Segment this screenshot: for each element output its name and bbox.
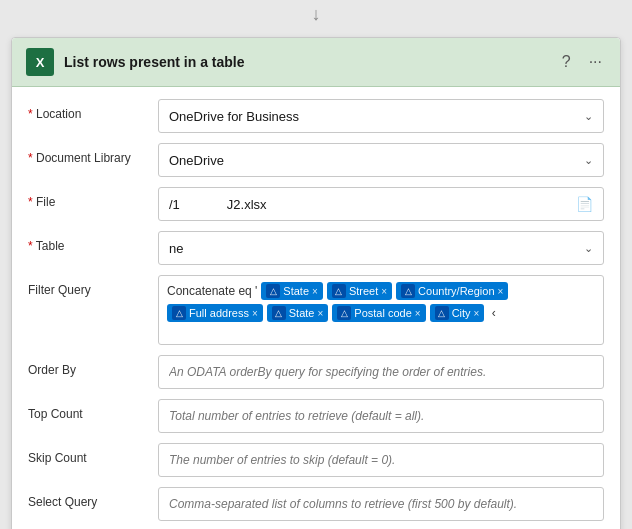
document-library-chevron: ⌄ [584, 154, 593, 167]
token-city-close[interactable]: × [474, 308, 480, 319]
token-country-region-label: Country/Region [418, 285, 494, 297]
skip-count-row: Skip Count [28, 443, 604, 477]
location-control: OneDrive for Business ⌄ [158, 99, 604, 133]
token-full-address-close[interactable]: × [252, 308, 258, 319]
select-query-label: Select Query [28, 487, 158, 509]
token-state-2-icon: △ [272, 306, 286, 320]
token-state-1[interactable]: △ State × [261, 282, 323, 300]
file-label: File [28, 187, 158, 209]
token-state-1-icon: △ [266, 284, 280, 298]
token-state-1-close[interactable]: × [312, 286, 318, 297]
table-dropdown[interactable]: ne ⌄ [158, 231, 604, 265]
token-city[interactable]: △ City × [430, 304, 485, 322]
card-header: X List rows present in a table ? ··· [12, 38, 620, 87]
filter-trailing-text: ‹ [488, 306, 495, 320]
token-full-address[interactable]: △ Full address × [167, 304, 263, 322]
order-by-input[interactable] [158, 355, 604, 389]
filter-query-control: Concatenate eq ' △ State × △ Street × [158, 275, 604, 345]
location-chevron: ⌄ [584, 110, 593, 123]
order-by-row: Order By [28, 355, 604, 389]
location-dropdown[interactable]: OneDrive for Business ⌄ [158, 99, 604, 133]
token-postal-code-close[interactable]: × [415, 308, 421, 319]
skip-count-control [158, 443, 604, 477]
filter-row-2: △ Full address × △ State × △ [167, 304, 595, 322]
top-count-control [158, 399, 604, 433]
skip-count-input[interactable] [158, 443, 604, 477]
filter-static-text: Concatenate eq ' [167, 284, 257, 298]
document-library-label: Document Library [28, 143, 158, 165]
token-postal-code[interactable]: △ Postal code × [332, 304, 425, 322]
help-button[interactable]: ? [558, 51, 575, 73]
filter-row-1: Concatenate eq ' △ State × △ Street × [167, 282, 595, 300]
token-country-region-icon: △ [401, 284, 415, 298]
file-browse-icon[interactable]: 📄 [576, 196, 593, 212]
document-library-row: Document Library OneDrive ⌄ [28, 143, 604, 177]
location-label: Location [28, 99, 158, 121]
filter-query-label: Filter Query [28, 275, 158, 297]
table-row: Table ne ⌄ [28, 231, 604, 265]
card-body: Location OneDrive for Business ⌄ Documen… [12, 87, 620, 529]
top-count-label: Top Count [28, 399, 158, 421]
table-control: ne ⌄ [158, 231, 604, 265]
top-count-input[interactable] [158, 399, 604, 433]
header-actions: ? ··· [558, 51, 606, 73]
file-value: /1 J2.xlsx [169, 197, 267, 212]
connector-card: X List rows present in a table ? ··· Loc… [11, 37, 621, 529]
file-control[interactable]: /1 J2.xlsx 📄 [158, 187, 604, 221]
top-count-row: Top Count [28, 399, 604, 433]
token-street-label: Street [349, 285, 378, 297]
token-city-icon: △ [435, 306, 449, 320]
order-by-control [158, 355, 604, 389]
token-city-label: City [452, 307, 471, 319]
select-query-control [158, 487, 604, 521]
token-street-close[interactable]: × [381, 286, 387, 297]
token-full-address-icon: △ [172, 306, 186, 320]
header-left: X List rows present in a table [26, 48, 245, 76]
token-street[interactable]: △ Street × [327, 282, 392, 300]
token-postal-code-icon: △ [337, 306, 351, 320]
excel-icon: X [26, 48, 54, 76]
table-label: Table [28, 231, 158, 253]
top-arrow: ↓ [0, 0, 632, 27]
token-state-2-close[interactable]: × [317, 308, 323, 319]
file-control-wrapper: /1 J2.xlsx 📄 [158, 187, 604, 221]
location-value: OneDrive for Business [169, 109, 299, 124]
table-chevron: ⌄ [584, 242, 593, 255]
location-row: Location OneDrive for Business ⌄ [28, 99, 604, 133]
filter-query-area[interactable]: Concatenate eq ' △ State × △ Street × [158, 275, 604, 345]
token-state-2-label: State [289, 307, 315, 319]
token-country-region-close[interactable]: × [498, 286, 504, 297]
excel-icon-label: X [36, 55, 45, 70]
token-state-1-label: State [283, 285, 309, 297]
token-state-2[interactable]: △ State × [267, 304, 329, 322]
document-library-control: OneDrive ⌄ [158, 143, 604, 177]
token-full-address-label: Full address [189, 307, 249, 319]
select-query-input[interactable] [158, 487, 604, 521]
document-library-value: OneDrive [169, 153, 224, 168]
order-by-label: Order By [28, 355, 158, 377]
select-query-row: Select Query [28, 487, 604, 521]
more-options-button[interactable]: ··· [585, 51, 606, 73]
token-postal-code-label: Postal code [354, 307, 411, 319]
document-library-dropdown[interactable]: OneDrive ⌄ [158, 143, 604, 177]
skip-count-label: Skip Count [28, 443, 158, 465]
filter-query-row: Filter Query Concatenate eq ' △ State × [28, 275, 604, 345]
file-row: File /1 J2.xlsx 📄 [28, 187, 604, 221]
token-country-region[interactable]: △ Country/Region × [396, 282, 508, 300]
token-street-icon: △ [332, 284, 346, 298]
header-title: List rows present in a table [64, 54, 245, 70]
table-value: ne [169, 241, 183, 256]
